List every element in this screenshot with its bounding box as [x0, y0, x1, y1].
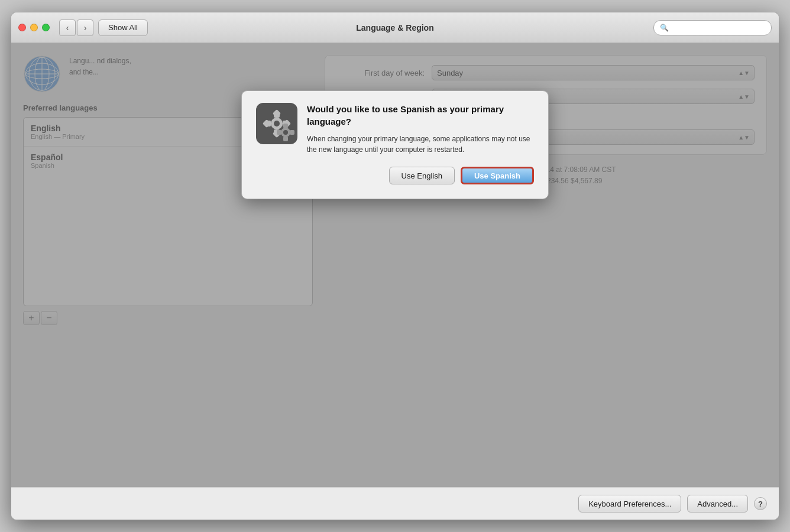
search-icon: 🔍: [660, 24, 669, 32]
svg-rect-20: [283, 124, 288, 128]
bottom-bar: Keyboard Preferences... Advanced... ?: [11, 487, 779, 520]
search-input[interactable]: [672, 24, 765, 32]
back-button[interactable]: ‹: [59, 20, 76, 36]
advanced-button[interactable]: Advanced...: [687, 495, 748, 512]
traffic-lights: [18, 24, 50, 31]
dialog: Would you like to use Spanish as your pr…: [241, 90, 549, 199]
dialog-title: Would you like to use Spanish as your pr…: [307, 103, 534, 128]
dialog-message: When changing your primary language, som…: [307, 134, 534, 155]
dialog-inner: Would you like to use Spanish as your pr…: [256, 103, 534, 155]
svg-rect-21: [283, 137, 288, 141]
maximize-button[interactable]: [42, 24, 50, 31]
use-spanish-button[interactable]: Use Spanish: [461, 167, 534, 184]
forward-button[interactable]: ›: [77, 20, 93, 36]
svg-rect-22: [277, 130, 281, 135]
search-box[interactable]: 🔍: [653, 20, 772, 35]
dialog-overlay: Would you like to use Spanish as your pr…: [11, 43, 779, 487]
dialog-buttons: Use English Use Spanish: [256, 167, 534, 184]
window-title: Language & Region: [356, 23, 433, 33]
help-button[interactable]: ?: [754, 497, 767, 510]
svg-point-9: [274, 121, 280, 126]
dialog-content: Would you like to use Spanish as your pr…: [307, 103, 534, 155]
window: ‹ › Show All Language & Region 🔍: [11, 12, 779, 520]
gear-icon: [256, 103, 297, 144]
nav-buttons: ‹ ›: [59, 20, 93, 36]
svg-rect-23: [290, 130, 294, 135]
close-button[interactable]: [18, 24, 26, 31]
svg-point-19: [283, 130, 288, 135]
use-english-button[interactable]: Use English: [389, 167, 455, 184]
keyboard-preferences-button[interactable]: Keyboard Preferences...: [578, 495, 681, 512]
minimize-button[interactable]: [30, 24, 38, 31]
main-content: Langu... nd dialogs,and the... Preferred…: [11, 43, 779, 487]
show-all-button[interactable]: Show All: [98, 20, 148, 36]
title-bar: ‹ › Show All Language & Region 🔍: [11, 12, 779, 43]
